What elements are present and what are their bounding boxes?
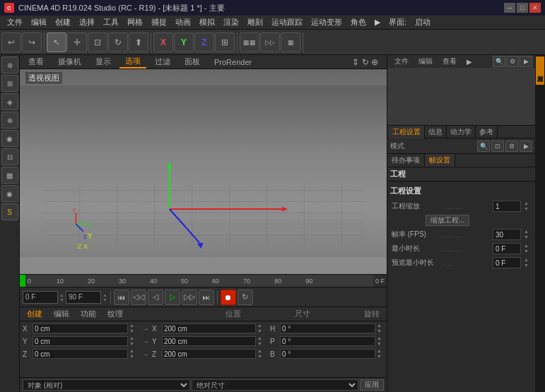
prop-fps-spinner[interactable]: ▲▼ — [524, 229, 531, 241]
vp-tab-options[interactable]: 选项 — [119, 56, 146, 69]
viewport[interactable]: 透视视图 — [20, 69, 387, 274]
menu-interface[interactable]: 界面: — [385, 16, 411, 30]
rm-tab-dynamics[interactable]: 动力学 — [447, 126, 476, 138]
sidebar-btn-6[interactable]: ⊟ — [1, 148, 18, 165]
pb-first[interactable]: ⏮ — [114, 290, 129, 305]
prop-fps-input[interactable] — [493, 229, 521, 240]
rm-tab-project[interactable]: 工程设置 — [389, 126, 425, 138]
menu-tools[interactable]: 工具 — [99, 16, 123, 30]
pos-x-spinner[interactable]: ▲▼ — [129, 323, 136, 335]
tb-select-arrow[interactable]: ↖ — [47, 32, 66, 52]
size-x-input[interactable] — [162, 323, 256, 333]
end-frame-field[interactable]: 90 F — [66, 291, 101, 304]
tb-axis-x[interactable]: X — [153, 32, 173, 52]
rt-tab-file[interactable]: 文件 — [390, 56, 413, 67]
menu-create[interactable]: 创建 — [51, 16, 75, 30]
pb-record[interactable]: ⏺ — [221, 290, 236, 305]
tb-axis-y[interactable]: Y — [174, 32, 194, 52]
rt-tab-more[interactable]: ▶ — [462, 56, 476, 67]
pb-loop[interactable]: ↻ — [238, 290, 253, 305]
sidebar-btn-2[interactable]: ⊞ — [1, 75, 18, 92]
tb-move[interactable]: ✛ — [67, 32, 87, 52]
apply-button[interactable]: 应用 — [360, 379, 384, 391]
tb-rotate[interactable]: ↻ — [108, 32, 128, 52]
pos-z-spinner[interactable]: ▲▼ — [129, 348, 136, 360]
rm-tab-reference[interactable]: 参考 — [476, 126, 498, 138]
sidebar-btn-5[interactable]: ◉ — [1, 130, 18, 147]
menu-select[interactable]: 选择 — [75, 16, 99, 30]
rt-tab-edit[interactable]: 编辑 — [414, 56, 437, 67]
prop-search-icon[interactable]: 🔍 — [477, 141, 490, 152]
tr-tab-texture[interactable]: 纹理 — [103, 308, 127, 321]
pos-y-input[interactable] — [33, 336, 128, 346]
rot-b-spinner[interactable]: ▲▼ — [377, 348, 384, 360]
tb-render2[interactable]: ▷▷ — [260, 32, 280, 52]
size-x-spinner[interactable]: ▲▼ — [257, 323, 264, 335]
endframe-spinner[interactable]: ▲ ▼ — [102, 292, 107, 302]
scale-project-button[interactable]: 缩放工程... — [426, 215, 469, 226]
tb-redo[interactable]: ↪ — [22, 32, 42, 52]
pb-last[interactable]: ⏭ — [199, 290, 214, 305]
relative-mode-select[interactable]: 对象 (相对) — [23, 379, 190, 391]
tb-scale[interactable]: ⊡ — [88, 32, 107, 52]
sidebar-btn-7[interactable]: ▦ — [1, 167, 18, 184]
tr-tab-function[interactable]: 功能 — [76, 308, 100, 321]
current-frame-field[interactable]: 0 F — [23, 291, 58, 304]
rot-h-spinner[interactable]: ▲▼ — [377, 323, 384, 335]
rot-p-input[interactable] — [280, 336, 375, 346]
pos-z-input[interactable] — [33, 349, 128, 359]
menu-snap[interactable]: 捕捉 — [147, 16, 171, 30]
vp-tab-camera[interactable]: 摄像机 — [52, 56, 87, 69]
close-button[interactable]: ✕ — [529, 3, 541, 13]
tb-transform[interactable]: ⬆ — [129, 32, 148, 52]
menu-sculpt[interactable]: 雕刻 — [243, 16, 267, 30]
pb-prev[interactable]: ◁ — [148, 290, 163, 305]
subtab-todo[interactable]: 待办事项 — [387, 154, 425, 167]
menu-simulate[interactable]: 模拟 — [195, 16, 219, 30]
vp-tab-panel[interactable]: 面板 — [179, 56, 206, 69]
tb-render1[interactable]: ▦▦ — [240, 32, 259, 52]
rt-extra-icon[interactable]: ▶ — [520, 56, 532, 67]
menu-animation[interactable]: 动画 — [171, 16, 195, 30]
rot-p-spinner[interactable]: ▲▼ — [377, 335, 384, 348]
pb-play[interactable]: ▷ — [165, 290, 180, 305]
vp-tab-view[interactable]: 查看 — [23, 56, 49, 69]
vp-tab-display[interactable]: 显示 — [90, 56, 117, 69]
menu-mesh[interactable]: 网格 — [123, 16, 147, 30]
prop-mintime-spinner[interactable]: ▲▼ — [524, 243, 531, 255]
menu-character[interactable]: 角色 — [346, 16, 370, 30]
menu-file[interactable]: 文件 — [3, 16, 27, 30]
rot-h-input[interactable] — [280, 323, 375, 333]
subtab-frame[interactable]: 帧设置 — [425, 154, 455, 167]
size-z-spinner[interactable]: ▲▼ — [257, 348, 264, 360]
frame-spinner[interactable]: ▲ ▼ — [59, 292, 64, 302]
prop-scale-input[interactable] — [493, 201, 521, 212]
tr-tab-edit[interactable]: 编辑 — [49, 308, 74, 321]
tb-undo[interactable]: ↩ — [1, 32, 21, 52]
size-y-input[interactable] — [162, 336, 256, 346]
menu-render[interactable]: 渲染 — [219, 16, 243, 30]
tb-render3[interactable]: ▦ — [281, 32, 300, 52]
sidebar-btn-s[interactable]: S — [1, 203, 18, 220]
sidebar-btn-4[interactable]: ⊕ — [1, 112, 18, 129]
minimize-button[interactable]: ─ — [504, 3, 515, 13]
rm-tab-info[interactable]: 信息 — [425, 126, 447, 138]
sidebar-btn-1[interactable]: ⊕ — [1, 57, 18, 73]
menu-edit[interactable]: 编辑 — [27, 16, 51, 30]
edge-object-button[interactable]: 对象 — [536, 57, 544, 85]
menu-motion-track[interactable]: 运动跟踪 — [267, 16, 307, 30]
maximize-button[interactable]: □ — [517, 3, 528, 13]
prop-mintime-input[interactable] — [493, 243, 521, 254]
absolute-size-select[interactable]: 绝对尺寸 — [192, 379, 359, 391]
rot-b-input[interactable] — [280, 349, 375, 359]
sidebar-btn-3[interactable]: ◈ — [1, 93, 18, 110]
tr-tab-create[interactable]: 创建 — [23, 308, 47, 321]
menu-motion-morph[interactable]: 运动变形 — [307, 16, 346, 30]
sidebar-btn-8[interactable]: ◉ — [1, 185, 18, 202]
rt-search-icon[interactable]: 🔍 — [493, 56, 505, 67]
pb-next[interactable]: ▷▷ — [182, 290, 197, 305]
rt-tab-view[interactable]: 查看 — [438, 56, 461, 67]
prop-icon3[interactable]: ⚙ — [505, 141, 518, 152]
size-y-spinner[interactable]: ▲▼ — [257, 335, 264, 348]
pos-y-spinner[interactable]: ▲▼ — [129, 335, 136, 348]
